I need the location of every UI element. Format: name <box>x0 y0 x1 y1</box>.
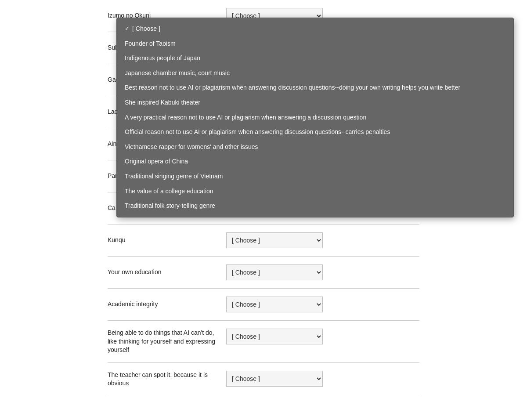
form-row-your_education: Your own education[ Choose ]Founder of T… <box>108 257 419 289</box>
dropdown-item-traditional_singing[interactable]: Traditional singing genre of Vietnam <box>117 169 513 184</box>
select-academic_integrity[interactable]: [ Choose ]Founder of TaoismIndigenous pe… <box>226 297 323 312</box>
row-control-kunqu: [ Choose ]Founder of TaoismIndigenous pe… <box>226 232 419 248</box>
page-container: [ Choose ]Founder of TaoismIndigenous pe… <box>0 0 527 420</box>
dropdown-item-best_reason_ai[interactable]: Best reason not to use AI or plagiarism … <box>117 80 513 95</box>
dropdown-item-she_inspired[interactable]: She inspired Kabuki theater <box>117 95 513 110</box>
dropdown-item-vietnamese_rapper[interactable]: Vietnamese rapper for womens' and other … <box>117 140 513 155</box>
row-control-teacher_spot: [ Choose ]Founder of TaoismIndigenous pe… <box>226 371 419 387</box>
select-kunqu[interactable]: [ Choose ]Founder of TaoismIndigenous pe… <box>226 232 323 248</box>
dropdown-overlay[interactable]: [ Choose ]Founder of TaoismIndigenous pe… <box>116 18 514 217</box>
dropdown-item-traditional_folk[interactable]: Traditional folk story-telling genre <box>117 199 513 214</box>
select-your_education[interactable]: [ Choose ]Founder of TaoismIndigenous pe… <box>226 264 323 280</box>
dropdown-item-indigenous_japan[interactable]: Indigenous people of Japan <box>117 51 513 66</box>
form-row-academic_integrity: Academic integrity[ Choose ]Founder of T… <box>108 289 419 321</box>
select-ai_cant_do[interactable]: [ Choose ]Founder of TaoismIndigenous pe… <box>226 329 323 344</box>
dropdown-item-value_college[interactable]: The value of a college education <box>117 184 513 199</box>
select-teacher_spot[interactable]: [ Choose ]Founder of TaoismIndigenous pe… <box>226 371 323 387</box>
form-row-ai_cant_do: Being able to do things that AI can't do… <box>108 321 419 363</box>
dropdown-item-official_reason[interactable]: Official reason not to use AI or plagiar… <box>117 125 513 140</box>
dropdown-item-very_practical[interactable]: A very practical reason not to use AI or… <box>117 110 513 125</box>
row-label-academic_integrity: Academic integrity <box>108 300 226 309</box>
row-control-ai_cant_do: [ Choose ]Founder of TaoismIndigenous pe… <box>226 329 419 344</box>
dropdown-item-choose[interactable]: [ Choose ] <box>117 22 513 36</box>
row-label-ai_cant_do: Being able to do things that AI can't do… <box>108 329 226 355</box>
row-label-your_education: Your own education <box>108 268 226 277</box>
form-row-teacher_spot: The teacher can spot it, because it is o… <box>108 363 419 396</box>
row-label-teacher_spot: The teacher can spot it, because it is o… <box>108 371 226 388</box>
form-row-kunqu: Kunqu[ Choose ]Founder of TaoismIndigeno… <box>108 224 419 257</box>
row-control-academic_integrity: [ Choose ]Founder of TaoismIndigenous pe… <box>226 297 419 312</box>
dropdown-item-original_opera[interactable]: Original opera of China <box>117 154 513 169</box>
row-label-kunqu: Kunqu <box>108 236 226 245</box>
dropdown-item-japanese_chamber[interactable]: Japanese chamber music, court music <box>117 66 513 81</box>
row-control-your_education: [ Choose ]Founder of TaoismIndigenous pe… <box>226 264 419 280</box>
dropdown-item-founder_taoism[interactable]: Founder of Taoism <box>117 36 513 51</box>
